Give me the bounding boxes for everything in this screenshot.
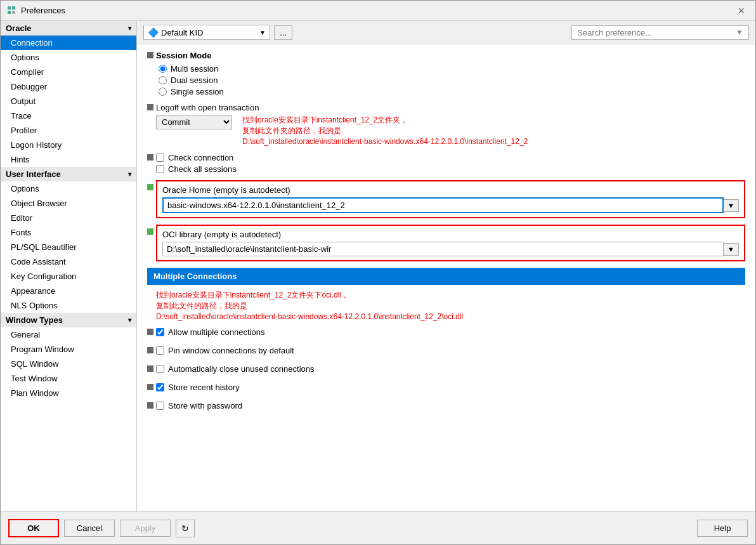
pin-window-row: Pin window connections by default	[156, 346, 745, 355]
sidebar-item-hints[interactable]: Hints	[1, 152, 136, 167]
sidebar-item-sql-window[interactable]: SQL Window	[1, 357, 136, 371]
profile-icon: 🔷	[148, 27, 159, 37]
sidebar-item-appearance[interactable]: Appearance	[1, 284, 136, 298]
sidebar-item-test-window[interactable]: Test Window	[1, 371, 136, 386]
window-types-arrow: ▾	[128, 317, 131, 324]
sidebar-item-code-assistant[interactable]: Code Assistant	[1, 254, 136, 269]
sidebar-item-fonts[interactable]: Fonts	[1, 225, 136, 240]
check-all-sessions-checkbox[interactable]	[156, 165, 164, 173]
pin-window-marker	[147, 347, 153, 353]
sidebar-item-object-browser[interactable]: Object Browser	[1, 196, 136, 211]
store-recent-marker	[147, 384, 153, 390]
icon-button[interactable]: ↻	[176, 520, 195, 537]
svg-rect-2	[8, 11, 11, 14]
dialog-body: Oracle ▾ Connection Options Compiler Deb…	[1, 21, 755, 511]
sidebar-oracle-header[interactable]: Oracle ▾	[1, 21, 136, 36]
sidebar-item-logon-history[interactable]: Logon History	[1, 138, 136, 152]
logoff-select[interactable]: Commit Rollback Ask	[156, 115, 232, 129]
svg-rect-0	[8, 6, 11, 10]
cancel-button[interactable]: Cancel	[64, 520, 115, 537]
oracle-home-section: Oracle Home (empty is autodetect) ▼	[156, 180, 745, 218]
sidebar-item-options-ui[interactable]: Options	[1, 181, 136, 196]
svg-rect-1	[12, 6, 15, 10]
auto-close-checkbox[interactable]	[156, 365, 164, 373]
more-button[interactable]: ...	[274, 25, 292, 40]
oci-dropdown-btn[interactable]: ▼	[724, 243, 739, 256]
close-button[interactable]: ✕	[734, 4, 749, 17]
sidebar-window-types-header[interactable]: Window Types ▾	[1, 313, 136, 327]
session-mode-section: Session Mode Multi session Dual session	[147, 51, 745, 96]
oci-input-row: ▼	[162, 242, 739, 256]
sidebar-item-trace[interactable]: Trace	[1, 108, 136, 123]
logoff-row: Logoff with open transaction	[156, 103, 745, 112]
store-recent-checkbox[interactable]	[156, 383, 164, 391]
check-connection-row: Check connection	[156, 153, 745, 162]
check-connection-checkbox[interactable]	[156, 154, 164, 162]
sidebar-item-key-configuration[interactable]: Key Configuration	[1, 269, 136, 284]
oci-annotation: 找到oracle安装目录下instantclient_12_2文件夹下oci.d…	[156, 290, 463, 322]
sidebar-item-program-window[interactable]: Program Window	[1, 342, 136, 357]
sidebar-item-plsql-beautifier[interactable]: PL/SQL Beautifier	[1, 240, 136, 254]
sidebar: Oracle ▾ Connection Options Compiler Deb…	[1, 21, 137, 511]
content-area: 🔷 Default KID ▼ ... ▼ Session Mode	[137, 21, 755, 511]
radio-single-session[interactable]	[159, 88, 167, 96]
logoff-marker	[147, 104, 153, 110]
apply-button[interactable]: Apply	[120, 520, 171, 537]
store-password-checkbox[interactable]	[156, 402, 164, 410]
search-input[interactable]	[577, 28, 736, 37]
oracle-home-input[interactable]	[162, 197, 724, 213]
sidebar-item-connection[interactable]: Connection	[1, 36, 136, 50]
oracle-arrow: ▾	[128, 25, 131, 32]
auto-close-section: Automatically close unused connections	[147, 364, 745, 374]
logoff-annotation: 找到oracle安装目录下instantclient_12_2文件夹，复制此文件…	[242, 115, 528, 147]
allow-multiple-label: Allow multiple connections	[168, 327, 264, 337]
preferences-dialog: Preferences ✕ Oracle ▾ Connection Option…	[0, 0, 756, 545]
sidebar-item-nls-options[interactable]: NLS Options	[1, 298, 136, 313]
auto-close-marker	[147, 365, 153, 372]
radio-multi-session[interactable]	[159, 65, 167, 73]
logoff-section: Logoff with open transaction Commit Roll…	[147, 103, 745, 147]
radio-multi-session-row: Multi session	[159, 64, 745, 74]
dialog-title: Preferences	[21, 6, 65, 15]
pin-window-section: Pin window connections by default	[147, 346, 745, 355]
store-password-row: Store with password	[156, 401, 745, 410]
oracle-home-marker	[147, 184, 153, 190]
sidebar-item-profiler[interactable]: Profiler	[1, 123, 136, 138]
help-button[interactable]: Help	[697, 520, 748, 537]
logoff-label: Logoff with open transaction	[156, 103, 259, 112]
ok-button[interactable]: OK	[8, 519, 59, 537]
search-dropdown-arrow[interactable]: ▼	[736, 28, 743, 37]
radio-dual-session-label: Dual session	[171, 76, 218, 85]
content-toolbar: 🔷 Default KID ▼ ... ▼	[137, 21, 755, 44]
sidebar-item-general[interactable]: General	[1, 327, 136, 342]
store-password-marker	[147, 402, 153, 409]
sidebar-item-compiler[interactable]: Compiler	[1, 65, 136, 79]
check-section: Check connection Check all sessions	[147, 153, 745, 174]
auto-close-label: Automatically close unused connections	[168, 364, 315, 374]
sidebar-ui-header[interactable]: User Interface ▾	[1, 167, 136, 181]
sidebar-item-editor[interactable]: Editor	[1, 211, 136, 225]
sidebar-item-output[interactable]: Output	[1, 94, 136, 108]
allow-multiple-checkbox[interactable]	[156, 328, 164, 336]
radio-dual-session-row: Dual session	[159, 76, 745, 85]
auto-close-row: Automatically close unused connections	[156, 364, 745, 374]
allow-multiple-row: Allow multiple connections	[156, 327, 745, 337]
oci-title: OCI library (empty is autodetect)	[162, 230, 739, 239]
pin-window-checkbox[interactable]	[156, 346, 164, 355]
oracle-home-title: Oracle Home (empty is autodetect)	[162, 185, 739, 195]
radio-dual-session[interactable]	[159, 76, 167, 84]
sidebar-window-types-label: Window Types	[6, 315, 63, 325]
sidebar-item-plan-window[interactable]: Plan Window	[1, 386, 136, 400]
oci-annotation-container: 找到oracle安装目录下instantclient_12_2文件夹下oci.d…	[156, 290, 745, 322]
oci-marker	[147, 228, 153, 235]
title-bar: Preferences ✕	[1, 1, 755, 21]
check-all-sessions-label: Check all sessions	[168, 164, 237, 174]
oci-input[interactable]	[162, 242, 724, 256]
oracle-home-dropdown-btn[interactable]: ▼	[724, 199, 739, 212]
sidebar-item-options-oracle[interactable]: Options	[1, 50, 136, 65]
store-recent-label: Store recent history	[168, 383, 240, 392]
svg-rect-3	[12, 11, 15, 14]
profile-dropdown[interactable]: 🔷 Default KID ▼	[143, 25, 270, 40]
sidebar-item-debugger[interactable]: Debugger	[1, 79, 136, 94]
app-icon	[7, 6, 17, 16]
